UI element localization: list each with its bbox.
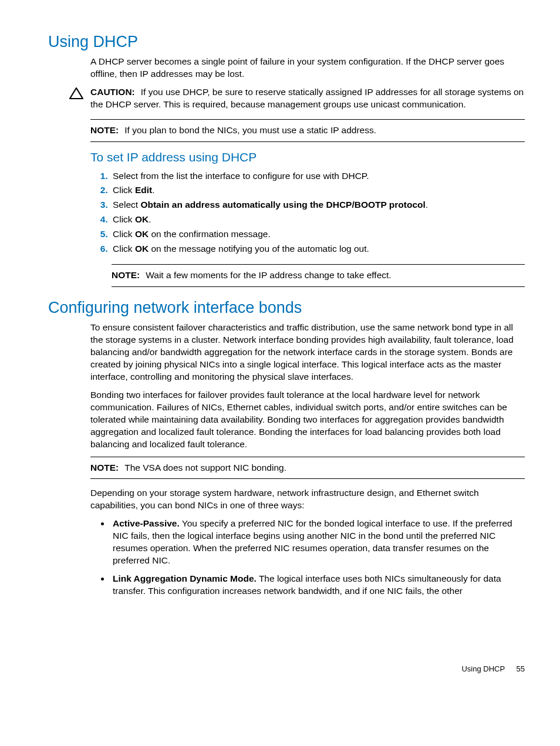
note-text: The VSA does not support NIC bonding.	[124, 463, 286, 472]
steps-list: Select from the list the interface to co…	[90, 169, 525, 256]
step-text: on the confirmation message.	[149, 229, 271, 239]
page: Using DHCP A DHCP server becomes a singl…	[0, 0, 560, 690]
intro-block: A DHCP server becomes a single point of …	[90, 56, 525, 80]
step-6: Click OK on the message notifying you of…	[110, 242, 525, 256]
note-block-3: NOTE:The VSA does not support NIC bondin…	[90, 457, 525, 480]
heading-using-dhcp: Using DHCP	[48, 33, 525, 51]
edit-label: Edit	[135, 185, 152, 195]
bullet-link-aggregation: Link Aggregation Dynamic Mode. The logic…	[110, 573, 525, 598]
caution-block: CAUTION:If you use DHCP, be sure to rese…	[69, 86, 525, 111]
step-2: Click Edit.	[110, 183, 525, 198]
step-3: Select Obtain an address automatically u…	[110, 198, 525, 212]
page-number: 55	[517, 664, 525, 673]
step-4: Click OK.	[110, 212, 525, 227]
step-5: Click OK on the confirmation message.	[110, 227, 525, 242]
active-passive-label: Active-Passive.	[113, 518, 180, 528]
link-aggregation-label: Link Aggregation Dynamic Mode.	[113, 573, 257, 583]
note-label: NOTE:	[112, 270, 140, 280]
step-text: .	[152, 185, 154, 195]
page-footer: Using DHCP 55	[461, 664, 525, 673]
ok-label: OK	[135, 244, 149, 254]
step-1: Select from the list the interface to co…	[110, 169, 525, 184]
footer-section: Using DHCP	[461, 664, 504, 673]
intro-paragraph: A DHCP server becomes a single point of …	[90, 56, 525, 80]
note-label: NOTE:	[90, 125, 119, 135]
step-text: Click	[113, 185, 135, 195]
step-text: .	[426, 200, 428, 210]
caution-body: If you use DHCP, be sure to reserve stat…	[90, 87, 524, 109]
heading-configuring-bonds: Configuring network interface bonds	[48, 299, 525, 317]
note-block-2: NOTE:Wait a few moments for the IP addre…	[112, 264, 525, 287]
bonds-p1: To ensure consistent failover characteri…	[90, 322, 525, 383]
subsection: To set IP address using DHCP	[90, 150, 525, 164]
caution-text: CAUTION:If you use DHCP, be sure to rese…	[90, 86, 525, 111]
step-text: Click	[113, 214, 135, 224]
bonds-p3-block: Depending on your storage system hardwar…	[90, 487, 525, 512]
note-text: If you plan to bond the NICs, you must u…	[124, 125, 376, 135]
obtain-address-label: Obtain an address automatically using th…	[140, 200, 425, 210]
bond-types-list: Active-Passive. You specify a preferred …	[90, 518, 525, 598]
bonds-p3: Depending on your storage system hardwar…	[90, 487, 525, 512]
note-text: Wait a few moments for the IP address ch…	[146, 270, 391, 280]
ok-label: OK	[135, 229, 149, 239]
step-text: Select	[113, 200, 140, 210]
step-text: on the message notifying you of the auto…	[149, 244, 369, 254]
caution-label: CAUTION:	[90, 87, 135, 97]
step-text: Click	[113, 229, 135, 239]
bonds-intro: To ensure consistent failover characteri…	[90, 322, 525, 450]
ok-label: OK	[135, 214, 149, 224]
caution-triangle-icon	[69, 87, 83, 99]
bonds-p2: Bonding two interfaces for failover prov…	[90, 389, 525, 451]
step-text: .	[149, 214, 151, 224]
note-block-1: NOTE:If you plan to bond the NICs, you m…	[90, 119, 525, 142]
step-text: Click	[113, 244, 135, 254]
bullet-active-passive: Active-Passive. You specify a preferred …	[110, 518, 525, 567]
heading-set-ip-dhcp: To set IP address using DHCP	[90, 150, 525, 164]
note-label: NOTE:	[90, 463, 119, 472]
